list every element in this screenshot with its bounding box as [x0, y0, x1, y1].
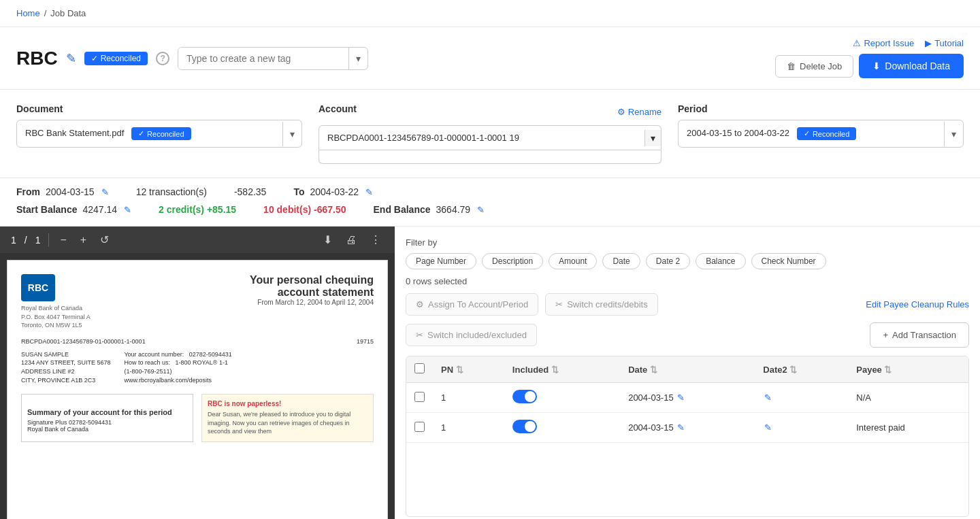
report-issue-label: Report Issue — [864, 38, 914, 48]
end-balance-edit-icon[interactable]: ✎ — [477, 205, 485, 215]
row1-checkbox[interactable] — [414, 392, 425, 402]
start-balance-edit-icon[interactable]: ✎ — [124, 205, 131, 215]
account-col: Account ⚙ Rename RBCPDA0001-123456789-01… — [318, 103, 662, 164]
table-body: 1 2004-03-15 ✎ ✎ N/A — [406, 383, 968, 443]
end-balance-value: 3664.79 — [436, 204, 471, 215]
summary-title: Summary of your account for this period — [27, 408, 187, 416]
reconciled-badge: ✓ Reconciled — [84, 52, 148, 65]
row1-pn: 1 — [433, 383, 504, 413]
period-label: Period — [678, 103, 964, 114]
th-payee[interactable]: Payee ⇅ — [848, 356, 968, 383]
th-pn[interactable]: PN ⇅ — [433, 356, 504, 383]
document-col: Document RBC Bank Statement.pdf ✓ Reconc… — [16, 103, 302, 148]
pdf-doc-title: Your personal chequing — [250, 274, 374, 286]
filter-balance[interactable]: Balance — [696, 253, 745, 269]
help-icon[interactable]: ? — [156, 52, 169, 65]
from-value: 2004-03-15 — [46, 186, 95, 197]
trash-icon: 🗑 — [787, 61, 796, 71]
filter-date[interactable]: Date — [602, 253, 640, 269]
breadcrumb-separator: / — [44, 8, 47, 18]
delete-job-button[interactable]: 🗑 Delete Job — [775, 55, 853, 78]
table-header-row: PN ⇅ Included ⇅ Date ⇅ Date2 — [406, 356, 968, 383]
from-edit-icon[interactable]: ✎ — [101, 187, 109, 197]
switch-credits-button[interactable]: ✂ Switch credits/debits — [545, 293, 658, 316]
breadcrumb-home[interactable]: Home — [16, 8, 40, 18]
edit-rules-link[interactable]: Edit Payee Cleanup Rules — [866, 299, 969, 309]
download-data-button[interactable]: ⬇ Download Data — [859, 54, 964, 78]
row1-toggle-dot — [525, 391, 536, 402]
report-issue-button[interactable]: ⚠ Report Issue — [853, 38, 914, 48]
document-dropdown-arrow[interactable]: ▾ — [282, 122, 301, 146]
switch-included-button[interactable]: ✂ Switch included/excluded — [406, 324, 537, 346]
rotate-button[interactable]: ↺ — [97, 232, 112, 248]
zoom-in-button[interactable]: + — [78, 233, 89, 248]
page-header: RBC ✎ ✓ Reconciled ? ▾ ⚠ Report Issue ▶ … — [0, 27, 980, 90]
to-value: 2004-03-22 — [310, 186, 359, 197]
th-date[interactable]: Date ⇅ — [620, 356, 755, 383]
row2-date2-edit-icon[interactable]: ✎ — [764, 422, 772, 433]
filter-check-number[interactable]: Check Number — [751, 253, 826, 269]
from-label: From — [16, 186, 40, 197]
row1-date2-edit-icon[interactable]: ✎ — [764, 392, 772, 403]
delete-job-label: Delete Job — [800, 61, 842, 71]
assign-account-button[interactable]: ⚙ Assign To Account/Period — [406, 293, 538, 316]
row1-payee: N/A — [848, 383, 968, 413]
start-balance-value: 4247.14 — [82, 204, 117, 215]
row1-included — [504, 383, 620, 413]
period-dropdown-arrow[interactable]: ▾ — [944, 122, 963, 146]
tag-dropdown-arrow[interactable]: ▾ — [348, 48, 368, 69]
customer-addr2: ADDRESS LINE #2 — [21, 367, 110, 376]
document-reconciled-badge: ✓ Reconciled — [131, 127, 191, 140]
add-transaction-button[interactable]: + Add Transaction — [870, 322, 969, 348]
tag-input[interactable] — [178, 48, 348, 69]
toolbar-separator — [48, 233, 49, 247]
filter-description[interactable]: Description — [482, 253, 543, 269]
col-sort-date2: ⇅ — [789, 365, 797, 375]
filter-page-number[interactable]: Page Number — [406, 253, 476, 269]
row2-toggle-dot — [525, 421, 536, 432]
pdf-account-details: Your account number: 02782-5094431 How t… — [124, 350, 231, 384]
filter-amount[interactable]: Amount — [549, 253, 597, 269]
pdf-doc-title2: account statement — [250, 286, 374, 299]
transactions-table-wrap: PN ⇅ Included ⇅ Date ⇅ Date2 — [406, 356, 969, 517]
rename-label: Rename — [628, 107, 662, 117]
rename-button[interactable]: ⚙ Rename — [617, 107, 662, 117]
document-filename: RBC Bank Statement.pdf — [25, 128, 124, 138]
filter-date2[interactable]: Date 2 — [646, 253, 690, 269]
to-edit-icon[interactable]: ✎ — [365, 187, 373, 197]
row2-toggle[interactable] — [512, 420, 537, 433]
zoom-out-button[interactable]: − — [57, 233, 69, 248]
checkmark-icon: ✓ — [91, 54, 98, 63]
stats-section: From 2004-03-15 ✎ 12 transaction(s) -582… — [0, 178, 980, 227]
row2-checkbox[interactable] — [414, 422, 425, 432]
bank-name: Royal Bank of Canada — [21, 304, 91, 313]
header-right: ⚠ Report Issue ▶ Tutorial 🗑 Delete Job ⬇… — [775, 38, 964, 78]
tutorial-button[interactable]: ▶ Tutorial — [925, 38, 964, 48]
row1-date-edit-icon[interactable]: ✎ — [677, 392, 685, 403]
header-top-actions: ⚠ Report Issue ▶ Tutorial — [853, 38, 964, 48]
customer-addr3: CITY, PROVINCE A1B 2C3 — [21, 376, 110, 385]
pdf-doc-date: From March 12, 2004 to April 12, 2004 — [250, 299, 374, 306]
pdf-more-button[interactable]: ⋮ — [368, 232, 384, 248]
stats-row-2: Start Balance 4247.14 ✎ 2 credit(s) +85.… — [16, 204, 964, 215]
tag-input-container: ▾ — [178, 47, 368, 70]
select-all-checkbox[interactable] — [414, 363, 425, 373]
edit-brand-icon[interactable]: ✎ — [66, 51, 76, 66]
breadcrumb: Home / Job Data — [0, 0, 980, 27]
pdf-reach-label: How to reach us: 1-800 ROYAL® 1-1 — [124, 358, 231, 367]
th-date2[interactable]: Date2 ⇅ — [755, 356, 848, 383]
pdf-download-button[interactable]: ⬇ — [321, 232, 335, 248]
pdf-print-button[interactable]: 🖨 — [343, 233, 359, 248]
row1-toggle[interactable] — [512, 390, 537, 403]
row2-date-edit-icon[interactable]: ✎ — [677, 422, 685, 433]
account-dropdown-arrow[interactable]: ▾ — [644, 130, 661, 146]
transactions-value: 12 transaction(s) — [136, 186, 207, 197]
th-included[interactable]: Included ⇅ — [504, 356, 620, 383]
row1-date-value: 2004-03-15 — [628, 392, 674, 403]
pdf-title-area: Your personal chequing account statement… — [250, 274, 374, 306]
promo-title: RBC is now paperless! — [208, 400, 368, 407]
action-buttons-row2: ✂ Switch included/excluded + Add Transac… — [406, 322, 969, 348]
play-icon: ▶ — [925, 38, 932, 48]
summary-bank: Royal Bank of Canada — [27, 426, 187, 433]
period-value: 2004-03-15 to 2004-03-22 ✓ Reconciled — [679, 120, 944, 147]
